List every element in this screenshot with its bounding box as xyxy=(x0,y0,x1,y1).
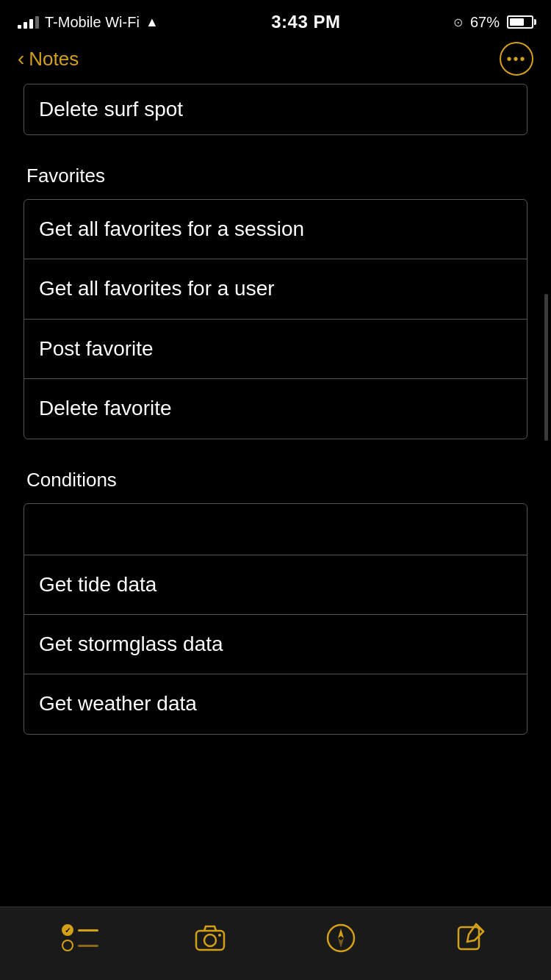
signal-icon xyxy=(18,15,39,29)
battery-icon xyxy=(507,15,533,29)
svg-marker-4 xyxy=(338,929,344,938)
status-time: 3:43 PM xyxy=(271,12,340,32)
favorites-list: Get all favorites for a session Get all … xyxy=(24,199,527,439)
favorites-section: Favorites Get all favorites for a sessio… xyxy=(24,165,527,439)
list-item[interactable]: Delete favorite xyxy=(24,379,527,438)
back-label: Notes xyxy=(29,48,79,71)
svg-point-2 xyxy=(218,934,221,937)
checklist-icon xyxy=(62,924,98,951)
camera-button[interactable] xyxy=(181,916,240,960)
list-item[interactable]: Get weather data xyxy=(24,674,527,733)
conditions-section-title: Conditions xyxy=(24,469,527,491)
list-item[interactable]: Post favorite xyxy=(24,320,527,379)
carrier-label: T-Mobile Wi-Fi xyxy=(45,14,140,31)
list-item[interactable]: Get stormglass data xyxy=(24,615,527,674)
conditions-list: Get tide data Get stormglass data Get we… xyxy=(24,503,527,735)
back-button[interactable]: ‹ Notes xyxy=(18,48,79,71)
list-item-empty xyxy=(24,504,527,555)
camera-icon xyxy=(194,924,226,952)
battery-percent: 67% xyxy=(470,14,500,31)
conditions-section: Conditions Get tide data Get stormglass … xyxy=(24,469,527,735)
more-button[interactable]: ••• xyxy=(500,42,533,76)
more-dots-icon: ••• xyxy=(506,51,526,66)
back-chevron-icon: ‹ xyxy=(18,48,24,69)
lock-icon: ⊙ xyxy=(453,15,463,29)
list-item[interactable]: Get tide data xyxy=(24,555,527,615)
compass-icon xyxy=(325,923,356,954)
nav-bar: ‹ Notes ••• xyxy=(0,40,551,84)
list-item[interactable]: Get all favorites for a session xyxy=(24,200,527,259)
scrollbar[interactable] xyxy=(544,294,548,441)
svg-marker-5 xyxy=(338,938,344,948)
list-item[interactable]: Get all favorites for a user xyxy=(24,259,527,319)
compass-button[interactable] xyxy=(311,916,370,960)
compose-icon xyxy=(455,921,486,955)
status-left: T-Mobile Wi-Fi ▲ xyxy=(18,14,159,31)
status-bar: T-Mobile Wi-Fi ▲ 3:43 PM ⊙ 67% xyxy=(0,0,551,40)
favorites-section-title: Favorites xyxy=(24,165,527,187)
partial-delete-surf-spot: Delete surf spot xyxy=(24,84,527,135)
main-content: Delete surf spot Favorites Get all favor… xyxy=(0,84,551,852)
svg-point-1 xyxy=(204,934,216,946)
checklist-button[interactable] xyxy=(51,916,109,960)
bottom-toolbar xyxy=(0,907,551,980)
wifi-icon: ▲ xyxy=(145,15,159,30)
compose-button[interactable] xyxy=(442,916,500,960)
status-right: ⊙ 67% xyxy=(453,14,533,31)
partial-item-text: Delete surf spot xyxy=(39,98,183,120)
